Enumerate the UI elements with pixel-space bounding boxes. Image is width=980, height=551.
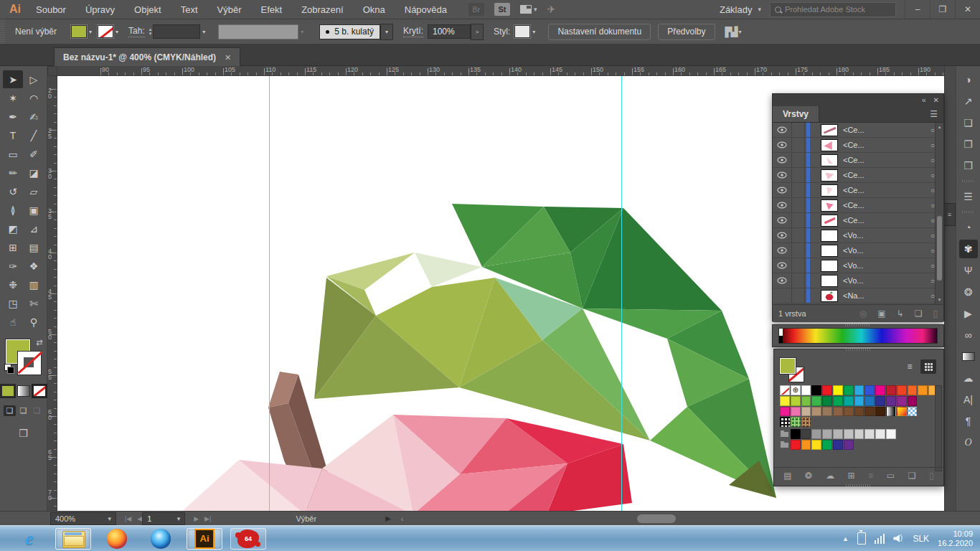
document-setup-button[interactable]: Nastavení dokumentu	[548, 24, 651, 40]
tray-expand-icon[interactable]: ▲	[842, 535, 849, 542]
layer-lock-cell[interactable]	[792, 228, 805, 242]
mesh-tool[interactable]: ⊞	[3, 238, 23, 256]
panel-menu-icon[interactable]: ☰	[924, 109, 943, 122]
panel-drawer-handle[interactable]: ≡	[943, 203, 956, 226]
taskbar-button-adobe-illustrator[interactable]: Ai	[187, 528, 222, 550]
layer-visibility-toggle[interactable]	[773, 168, 792, 182]
volume-icon[interactable]	[893, 534, 904, 543]
swatch[interactable]	[908, 385, 918, 395]
document-tab[interactable]: Bez názvu-1* @ 400% (CMYK/Náhled) ✕	[54, 47, 240, 67]
swap-fill-stroke-icon[interactable]: ⇄	[36, 338, 42, 347]
swatch[interactable]	[791, 440, 801, 450]
layer-visibility-toggle[interactable]	[773, 123, 792, 137]
symbols-panel-icon[interactable]: ❂	[959, 283, 978, 301]
swatch[interactable]	[811, 407, 821, 417]
layer-row[interactable]: <Vo...○	[773, 243, 943, 258]
character-panel-icon[interactable]: A|	[959, 390, 978, 409]
curvature-tool[interactable]: ✍	[24, 108, 44, 126]
status-back-icon[interactable]: ‹	[401, 514, 404, 523]
library-search-icon[interactable]: ❂	[805, 471, 812, 481]
swatch[interactable]	[833, 385, 843, 395]
swatch[interactable]	[844, 385, 854, 395]
fill-swatch[interactable]	[71, 25, 87, 38]
preferences-button[interactable]: Předvolby	[658, 24, 715, 40]
stroke-swatch[interactable]	[98, 25, 113, 38]
layer-lock-cell[interactable]	[792, 198, 805, 212]
rotate-tool[interactable]: ↺	[3, 182, 23, 200]
zoom-tool[interactable]: ⚲	[24, 313, 44, 331]
stock-search[interactable]: Prohledat Adobe Stock	[770, 2, 896, 17]
direct-selection-tool[interactable]: ▷	[24, 70, 44, 88]
layer-lock-cell[interactable]	[792, 153, 805, 167]
swatch[interactable]	[833, 396, 843, 406]
ruler-corner[interactable]	[47, 66, 57, 76]
clock[interactable]: 10:09 16.2.2020	[938, 529, 973, 548]
swatch[interactable]	[875, 407, 885, 417]
taskbar-button-windows-explorer[interactable]	[55, 528, 91, 550]
swatch[interactable]	[791, 429, 801, 439]
ruler-horizontal[interactable]: 9095100105110115120125130135140145150155…	[57, 66, 954, 76]
layer-row[interactable]: <Vo...○	[773, 258, 943, 273]
swatch[interactable]	[897, 396, 907, 406]
layer-row[interactable]: <Ce...○	[773, 183, 943, 198]
maximize-button[interactable]: ❐	[930, 0, 955, 19]
color-mode-button[interactable]	[1, 385, 14, 397]
layer-visibility-toggle[interactable]	[773, 198, 792, 212]
selection-tool[interactable]: ➤	[3, 70, 23, 88]
first-artboard-icon[interactable]: |◀	[125, 515, 131, 522]
bridge-icon[interactable]: Br	[468, 3, 484, 16]
swatch[interactable]	[897, 407, 907, 417]
none-mode-button[interactable]	[33, 385, 46, 397]
creative-cloud-icon[interactable]: ☁	[959, 369, 978, 387]
delete-layer-icon[interactable]: ▯	[933, 309, 938, 319]
menu-item-soubor[interactable]: Soubor	[36, 4, 66, 15]
swatch[interactable]	[875, 396, 885, 406]
color-spectrum-bar[interactable]	[778, 328, 938, 344]
swatch[interactable]	[791, 417, 801, 427]
layer-row[interactable]: <Ce...○	[773, 213, 943, 228]
graph-tool[interactable]: ▥	[24, 276, 44, 293]
swatch[interactable]	[791, 407, 801, 417]
menu-item-výběr[interactable]: Výběr	[217, 4, 242, 15]
swatch[interactable]	[822, 385, 832, 395]
asset-export-panel-icon[interactable]: ❐	[959, 135, 978, 154]
swatch[interactable]	[822, 407, 832, 417]
new-layer-icon[interactable]: ❏	[915, 309, 923, 319]
swatch[interactable]	[844, 396, 854, 406]
line-segment-tool[interactable]: ╱	[24, 126, 44, 144]
swatch[interactable]	[886, 407, 896, 417]
layer-row[interactable]: <Ce...○	[773, 153, 943, 168]
swatch[interactable]	[864, 429, 875, 439]
share-icon[interactable]: ✈	[547, 4, 556, 15]
swatch[interactable]	[864, 407, 875, 417]
artboards-panel-icon[interactable]: ❒	[959, 156, 978, 175]
draw-inside-icon[interactable]: ❏	[31, 405, 43, 416]
swatch[interactable]	[897, 385, 907, 395]
artboard-tool[interactable]: ◳	[3, 294, 23, 312]
scale-tool[interactable]: ▱	[24, 182, 44, 200]
rectangle-tool[interactable]: ▭	[3, 145, 23, 163]
swatch[interactable]	[875, 429, 885, 439]
language-indicator[interactable]: SLK	[913, 534, 929, 544]
swatch[interactable]	[875, 385, 885, 395]
taskbar-button-irfanview-64[interactable]: 64	[230, 528, 266, 550]
swatch[interactable]	[844, 440, 854, 450]
vertical-scrollbar[interactable]	[944, 66, 956, 511]
gradient-mode-button[interactable]	[17, 385, 30, 397]
stroke-dropdown-icon[interactable]: ▾	[116, 29, 118, 35]
swatch-kinds-icon[interactable]: ⊞	[847, 471, 854, 481]
swatch[interactable]	[886, 396, 896, 406]
layer-visibility-toggle[interactable]	[773, 273, 792, 288]
battery-icon[interactable]	[857, 532, 866, 545]
brushes-panel-icon[interactable]: Ψ	[959, 261, 978, 280]
brush-dropdown-button[interactable]: ▾	[380, 24, 393, 40]
close-panel-icon[interactable]: ✕	[933, 96, 939, 104]
fill-dropdown-icon[interactable]: ▾	[89, 29, 92, 35]
menu-item-efekt[interactable]: Efekt	[261, 4, 283, 15]
screen-mode-button[interactable]: ❒	[16, 428, 32, 439]
layers-scrollbar[interactable]: ▴ ▾	[935, 123, 943, 304]
zoom-level-dropdown[interactable]: 400%▾	[50, 512, 116, 525]
swatch[interactable]	[864, 396, 875, 406]
links-panel-icon[interactable]: ∞	[959, 326, 978, 344]
paragraph-panel-icon[interactable]: ¶	[959, 412, 978, 430]
